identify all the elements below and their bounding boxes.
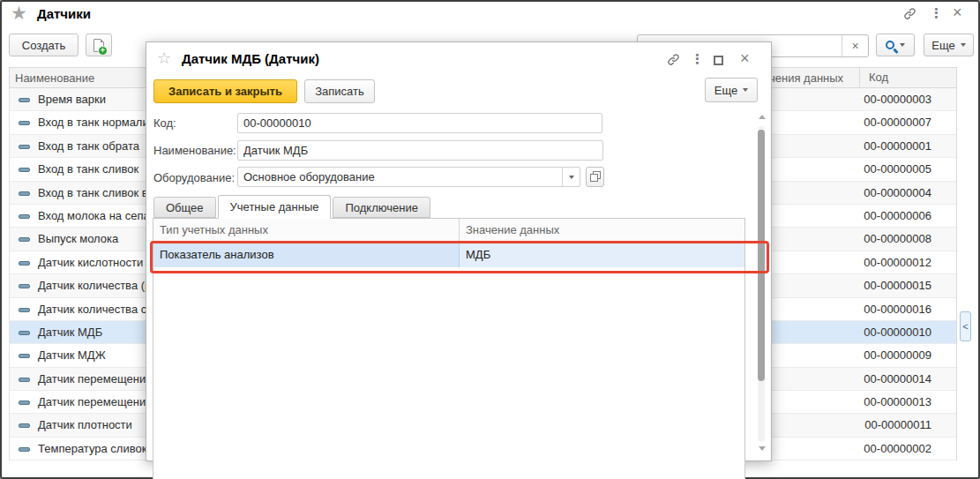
scroll-down-icon[interactable] bbox=[759, 446, 766, 451]
row-code: 00-00000016 bbox=[864, 303, 931, 316]
dialog-more-button[interactable]: Еще bbox=[705, 78, 758, 102]
more-menu-icon[interactable]: ⋮ bbox=[930, 5, 943, 21]
row-code: 00-00000006 bbox=[864, 209, 931, 222]
account-data-row-selected[interactable]: Показатель анализов МДБ bbox=[153, 242, 744, 267]
catalog-item-icon bbox=[19, 191, 30, 196]
favorite-star-outline-icon[interactable]: ☆ bbox=[157, 49, 171, 68]
row-name: Вход в танк обрата bbox=[38, 139, 139, 153]
collapse-panel-button[interactable]: < bbox=[960, 311, 971, 341]
row-code: 00-00000015 bbox=[864, 279, 931, 292]
get-link-icon[interactable] bbox=[667, 53, 680, 69]
row-code: 00-00000013 bbox=[864, 395, 931, 408]
search-button[interactable] bbox=[876, 34, 915, 56]
more-button[interactable]: Еще bbox=[924, 34, 974, 56]
row-name: Датчик МДЖ bbox=[38, 348, 106, 362]
catalog-item-icon bbox=[19, 168, 30, 172]
row-name: Вход молока на сепа bbox=[38, 209, 150, 222]
catalog-item-icon bbox=[19, 331, 30, 335]
search-clear-icon[interactable]: × bbox=[842, 35, 868, 56]
row-name: Вход в танк сливок в bbox=[38, 186, 148, 199]
column-header-name[interactable]: Наименование bbox=[15, 71, 94, 85]
create-button-label: Создать bbox=[22, 39, 65, 52]
name-field[interactable] bbox=[237, 140, 603, 161]
row-code: 00-00000004 bbox=[864, 186, 931, 199]
dialog-tabs: Общее Учетные данные Подключение bbox=[153, 194, 430, 218]
copy-document-icon: + bbox=[94, 39, 104, 52]
row-code: 00-00000008 bbox=[864, 232, 931, 245]
row-code: 00-00000003 bbox=[864, 93, 931, 106]
equipment-label: Оборудование: bbox=[153, 171, 235, 184]
favorite-star-icon[interactable]: ★ bbox=[11, 3, 27, 24]
row-code: 00-00000001 bbox=[864, 139, 931, 153]
catalog-item-icon bbox=[19, 98, 30, 102]
row-code: 00-00000014 bbox=[864, 372, 931, 385]
name-label: Наименование: bbox=[153, 144, 236, 157]
app-window: ★ Датчики ⋮ × Создать + × Еще Наименован… bbox=[0, 0, 980, 479]
row-code: 00-00000010 bbox=[864, 326, 931, 339]
tab-label: Подключение bbox=[345, 201, 417, 214]
dialog-title: Датчик МДБ (Датчик) bbox=[182, 51, 319, 66]
row-code: 00-00000007 bbox=[864, 116, 931, 129]
tab-general[interactable]: Общее bbox=[153, 197, 216, 218]
column-header-code[interactable]: Код bbox=[859, 68, 957, 87]
save-button[interactable]: Записать bbox=[304, 79, 375, 103]
column-header-value[interactable]: Значение данных bbox=[460, 219, 744, 241]
row-name: Датчик количества с bbox=[38, 303, 146, 316]
maximize-icon[interactable] bbox=[714, 56, 723, 65]
column-header-type[interactable]: Тип учетных данных bbox=[153, 219, 460, 241]
cell-type[interactable]: Показатель анализов bbox=[153, 242, 460, 267]
search-icon bbox=[886, 41, 894, 49]
catalog-item-icon bbox=[19, 121, 30, 125]
get-link-icon[interactable] bbox=[903, 7, 916, 23]
row-name: Датчик плотности bbox=[38, 418, 132, 431]
account-data-header: Тип учетных данных Значение данных bbox=[153, 219, 744, 242]
row-code: 00-00000012 bbox=[864, 256, 931, 269]
row-code: 00-00000009 bbox=[864, 348, 931, 362]
row-name: Датчик кислотности bbox=[38, 256, 143, 269]
row-name: Датчик количества (р bbox=[38, 279, 151, 292]
equipment-open-button[interactable] bbox=[586, 167, 604, 187]
catalog-item-icon bbox=[19, 145, 30, 149]
row-name: Время варки bbox=[38, 93, 106, 106]
save-label: Записать bbox=[315, 85, 364, 98]
row-name: Вход в танк нормали bbox=[38, 116, 149, 129]
tab-label: Общее bbox=[166, 201, 204, 214]
catalog-item-icon bbox=[19, 400, 30, 405]
equipment-combobox[interactable]: Основное оборудование bbox=[237, 167, 580, 187]
row-code: 00-00000011 bbox=[864, 418, 931, 431]
scrollbar-thumb[interactable] bbox=[758, 130, 765, 381]
cell-value[interactable]: МДБ bbox=[460, 242, 744, 267]
catalog-item-icon bbox=[19, 308, 30, 312]
close-icon[interactable]: × bbox=[740, 49, 750, 68]
open-in-list-icon bbox=[591, 173, 599, 181]
row-code: 00-00000005 bbox=[864, 162, 931, 176]
scroll-up-icon[interactable] bbox=[759, 115, 766, 119]
chevron-down-icon bbox=[961, 43, 966, 47]
create-button[interactable]: Создать bbox=[9, 34, 79, 56]
copy-item-button[interactable]: + bbox=[86, 34, 112, 56]
row-name: Выпуск молока bbox=[38, 232, 118, 245]
combo-dropdown-button[interactable] bbox=[562, 168, 580, 186]
close-icon[interactable]: × bbox=[953, 4, 962, 22]
catalog-item-icon bbox=[19, 284, 30, 288]
row-name: Вход в танк сливок bbox=[38, 162, 138, 176]
page-title: Датчики bbox=[37, 6, 91, 21]
chevron-down-icon bbox=[569, 176, 574, 179]
more-menu-icon[interactable]: ⋮ bbox=[691, 51, 704, 67]
catalog-item-icon bbox=[19, 378, 30, 382]
sensor-dialog: ☆ Датчик МДБ (Датчик) ⋮ × Записать и зак… bbox=[146, 41, 772, 461]
row-name: Датчик перемещения bbox=[38, 372, 152, 385]
code-field[interactable] bbox=[237, 113, 602, 133]
chevron-down-icon bbox=[900, 43, 905, 47]
save-and-close-label: Записать и закрыть bbox=[168, 85, 282, 98]
dialog-scrollbar[interactable] bbox=[756, 115, 767, 450]
tab-connection[interactable]: Подключение bbox=[333, 197, 430, 218]
chevron-down-icon bbox=[743, 88, 748, 92]
catalog-item-icon bbox=[19, 237, 30, 242]
tab-label: Учетные данные bbox=[230, 200, 319, 213]
account-data-table: Тип учетных данных Значение данных Показ… bbox=[153, 218, 745, 479]
save-and-close-button[interactable]: Записать и закрыть bbox=[153, 79, 297, 103]
row-code: 00-00000002 bbox=[864, 442, 931, 455]
tab-account-data[interactable]: Учетные данные bbox=[218, 195, 332, 219]
dialog-more-label: Еще bbox=[714, 84, 737, 97]
